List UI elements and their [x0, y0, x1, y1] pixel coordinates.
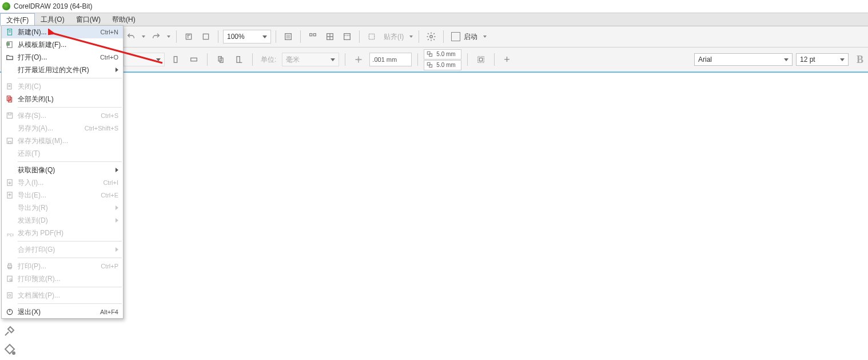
- snap-icon[interactable]: [364, 29, 379, 44]
- redo-button[interactable]: [149, 29, 164, 44]
- font-name: Arial: [698, 56, 712, 64]
- menu-label: 打印预览(R)...: [18, 274, 118, 284]
- import-icon: [2, 179, 18, 187]
- menu-separator: [18, 303, 122, 304]
- treat-as-filled-button[interactable]: [473, 52, 488, 67]
- show-guides-icon[interactable]: [340, 29, 355, 44]
- add-button[interactable]: +: [500, 54, 513, 66]
- file-menu-import: 导入(I)...Ctrl+I: [2, 176, 123, 189]
- file-menu-dropdown: 新建(N)...Ctrl+N从模板新建(F)...打开(O)...Ctrl+O打…: [1, 25, 124, 319]
- menu-separator: [18, 78, 122, 78]
- zoom-value: 100%: [227, 33, 245, 41]
- shortcut-label: Alt+F4: [87, 308, 118, 315]
- file-menu-save-as: 另存为(A)...Ctrl+Shift+S: [2, 122, 123, 134]
- app-icon: [2, 2, 10, 10]
- app-title: CorelDRAW 2019 (64-Bit): [14, 2, 93, 10]
- menu-label: 关闭(C): [18, 82, 118, 92]
- menu-help[interactable]: 帮助(H): [106, 13, 141, 26]
- svg-text:PDF: PDF: [7, 232, 14, 237]
- dup-x-icon: [426, 50, 434, 58]
- menu-separator: [18, 258, 122, 258]
- options-button[interactable]: [424, 29, 439, 44]
- submenu-arrow-icon: [116, 247, 118, 252]
- submenu-arrow-icon: [116, 68, 118, 72]
- menu-file[interactable]: 文件(F): [0, 13, 35, 26]
- menu-label: 合并打印(G): [18, 245, 112, 255]
- menu-label: 导出(E)...: [18, 191, 87, 200]
- file-menu-close-all[interactable]: 全部关闭(L): [2, 93, 123, 105]
- startup-selector[interactable]: 启动: [448, 29, 492, 44]
- title-bar: CorelDRAW 2019 (64-Bit): [0, 0, 868, 13]
- file-menu-open[interactable]: 打开(O)...Ctrl+O: [2, 51, 123, 64]
- close-all-icon: [2, 95, 18, 103]
- svg-rect-8: [369, 34, 374, 39]
- open-icon: [2, 53, 18, 61]
- current-page-button[interactable]: [232, 52, 246, 67]
- menu-window[interactable]: 窗口(W): [70, 13, 106, 26]
- preview-icon: [2, 275, 18, 283]
- undo-button[interactable]: [124, 29, 138, 44]
- file-menu-new-from-template[interactable]: 从模板新建(F)...: [2, 38, 123, 51]
- full-screen-icon[interactable]: [281, 29, 296, 44]
- separator: [345, 53, 345, 66]
- font-size-field[interactable]: 12 pt: [796, 53, 849, 66]
- nudge-field[interactable]: .001 mm: [369, 53, 412, 66]
- svg-rect-5: [313, 34, 316, 36]
- shortcut-label: Ctrl+E: [87, 192, 118, 199]
- startup-box-icon: [451, 32, 460, 41]
- separator: [207, 53, 208, 66]
- page-size-field[interactable]: [124, 53, 165, 66]
- eyedropper-tool[interactable]: [3, 324, 17, 338]
- align-label[interactable]: 贴齐(I): [384, 32, 404, 42]
- object-icon[interactable]: [198, 29, 213, 44]
- export-icon: [2, 191, 18, 199]
- props-icon: [2, 291, 18, 299]
- menu-label: 导出为(R): [18, 203, 112, 213]
- redo-history-caret[interactable]: [166, 29, 172, 44]
- svg-point-9: [430, 35, 433, 38]
- unit-field[interactable]: 毫米: [282, 53, 339, 66]
- align-caret[interactable]: [408, 29, 414, 44]
- file-menu-save: 保存(S)...Ctrl+S: [2, 109, 123, 122]
- menu-label: 全部关闭(L): [18, 94, 118, 104]
- left-tool-stack: [0, 324, 19, 356]
- svg-point-41: [9, 294, 11, 296]
- bold-button[interactable]: B: [852, 54, 868, 66]
- startup-label: 启动: [464, 32, 477, 42]
- svg-rect-20: [478, 57, 484, 63]
- menu-label: 打开最近用过的文件(R): [18, 65, 112, 75]
- separator: [176, 30, 177, 43]
- zoom-field[interactable]: 100%: [223, 30, 271, 43]
- font-family-field[interactable]: Arial: [694, 53, 793, 66]
- file-menu-new[interactable]: 新建(N)...Ctrl+N: [2, 26, 123, 38]
- file-menu-print-merge: 合并打印(G): [2, 243, 123, 256]
- fill-tool[interactable]: [3, 342, 17, 356]
- duplicate-distance[interactable]: 5.0 mm 5.0 mm: [424, 49, 461, 70]
- landscape-button[interactable]: [186, 52, 201, 67]
- portrait-button[interactable]: [168, 52, 183, 67]
- file-menu-acquire[interactable]: 获取图像(Q): [2, 164, 123, 176]
- file-menu-recent[interactable]: 打开最近用过的文件(R): [2, 64, 123, 76]
- menu-label: 获取图像(Q): [18, 165, 112, 175]
- separator: [443, 30, 444, 43]
- svg-rect-4: [310, 34, 312, 36]
- svg-rect-3: [286, 35, 289, 38]
- menu-separator: [18, 241, 122, 242]
- separator: [276, 30, 276, 43]
- separator: [252, 53, 253, 66]
- menu-label: 打开(O)...: [18, 53, 87, 62]
- svg-rect-11: [191, 58, 197, 61]
- artistic-text-icon[interactable]: [181, 29, 196, 44]
- show-rulers-icon[interactable]: [305, 29, 320, 44]
- file-menu-exit[interactable]: 退出(X)Alt+F4: [2, 306, 123, 318]
- submenu-arrow-icon: [116, 218, 118, 223]
- separator: [300, 30, 301, 43]
- file-menu-print-preview: 打印预览(R)...: [2, 272, 123, 285]
- menu-tools[interactable]: 工具(O): [35, 13, 70, 26]
- svg-point-15: [358, 59, 360, 61]
- all-pages-button[interactable]: [213, 52, 228, 67]
- menu-label: 退出(X): [18, 307, 87, 317]
- new-icon: [2, 28, 18, 36]
- undo-history-caret[interactable]: [141, 29, 146, 44]
- show-grid-icon[interactable]: [322, 29, 337, 44]
